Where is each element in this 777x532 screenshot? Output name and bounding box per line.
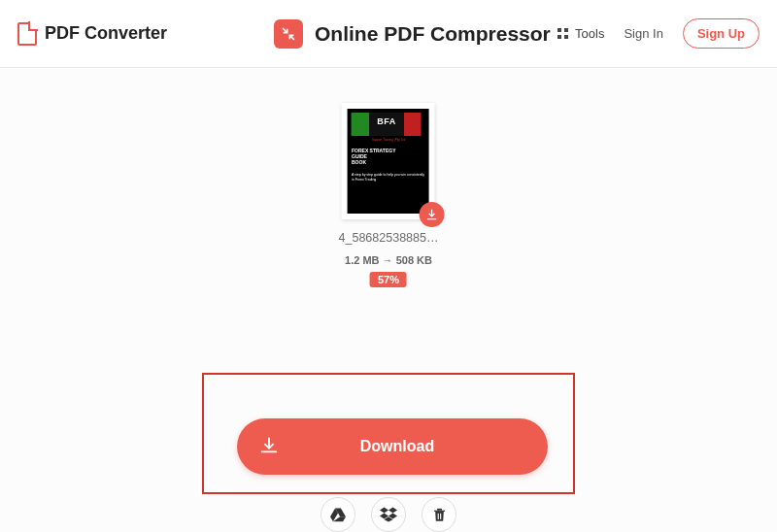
size-after: 508 KB [396,254,432,266]
svg-rect-3 [564,35,568,39]
thumbnail-blurb: A step by step guide to help you win con… [352,173,425,182]
thumbnail-logo: BFA [352,113,422,136]
page-title: Online PDF Compressor [315,22,551,46]
app-header: PDF Converter Online PDF Compressor Tool… [0,0,777,68]
thumbnail-preview: BFA Support Training (Pty) Ltd FOREX STR… [348,109,429,214]
download-icon [425,208,439,221]
grid-icon [557,28,569,40]
brand-label: PDF Converter [45,23,167,44]
tools-menu[interactable]: Tools [557,26,604,41]
google-drive-icon [329,507,347,522]
svg-rect-4 [437,514,438,519]
file-card: BFA Support Training (Pty) Ltd FOREX STR… [339,103,439,287]
thumbnail-logo-sub: Support Training (Pty) Ltd [352,138,425,142]
pdf-file-icon [17,22,37,46]
signin-link[interactable]: Sign In [624,26,662,41]
file-size-info: 1.2 MB → 508 KB [339,254,439,266]
size-arrow: → [383,254,393,266]
file-thumbnail[interactable]: BFA Support Training (Pty) Ltd FOREX STR… [342,103,435,219]
compress-icon [274,19,303,49]
page-title-wrap: Online PDF Compressor [274,19,551,49]
download-button[interactable]: Download [237,418,548,475]
dropbox-icon [380,507,397,522]
save-to-dropbox-button[interactable] [371,497,406,532]
size-before: 1.2 MB [345,254,379,266]
header-nav: Tools Sign In Sign Up [557,18,760,49]
svg-rect-0 [557,28,561,32]
svg-rect-2 [557,35,561,39]
tools-label: Tools [575,26,604,41]
delete-button[interactable] [422,497,456,532]
reduction-badge: 57% [370,272,407,287]
signup-button[interactable]: Sign Up [683,18,760,49]
brand[interactable]: PDF Converter [17,22,167,46]
thumbnail-logo-text: BFA [352,116,422,126]
download-badge-button[interactable] [420,202,445,227]
svg-rect-1 [564,28,568,32]
trash-icon [432,507,447,522]
file-name: 4_58682538885… [339,231,439,245]
save-to-google-drive-button[interactable] [321,497,355,532]
download-button-label: Download [247,438,548,455]
main-content: BFA Support Training (Pty) Ltd FOREX STR… [0,68,777,532]
svg-rect-5 [440,514,441,519]
secondary-actions [321,497,456,532]
thumbnail-heading-3: BOOK [352,159,425,165]
